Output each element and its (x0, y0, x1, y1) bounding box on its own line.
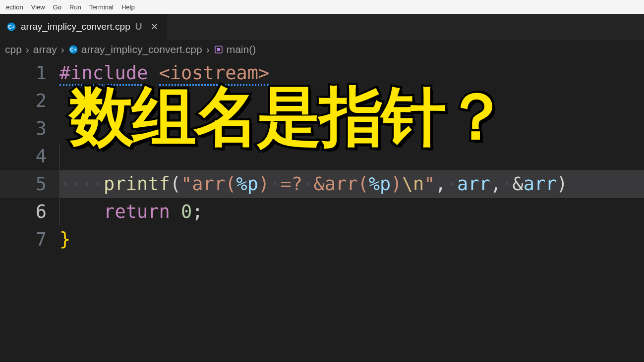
cpp-file-icon: C+ (68, 45, 78, 54)
token-variable: arr (457, 173, 490, 195)
tab-bar: C+ array_implicy_convert.cpp U ✕ (0, 14, 644, 40)
token-brace: } (59, 229, 70, 250)
code-line[interactable]: 4 (0, 143, 644, 170)
line-number: 2 (0, 87, 59, 115)
crumb-folder[interactable]: cpp (5, 44, 22, 55)
line-number: 6 (0, 198, 59, 226)
code-line[interactable]: 5 ····printf("arr(%p)·=?·&arr(%p)\n",·ar… (0, 170, 644, 198)
token-function: printf (104, 173, 170, 195)
code-line[interactable]: 2 (0, 87, 644, 115)
code-line[interactable]: 1 #include <iostream> (0, 59, 644, 87)
menu-bar: ection View Go Run Terminal Help (0, 0, 644, 14)
code-line[interactable]: 7 } (0, 226, 644, 254)
line-number: 4 (0, 143, 59, 170)
chevron-right-icon: › (60, 44, 65, 55)
token-format: %p (236, 173, 258, 195)
chevron-right-icon: › (25, 44, 30, 55)
menu-item-view[interactable]: View (27, 1, 49, 13)
menu-item-terminal[interactable]: Terminal (85, 1, 117, 13)
symbol-function-icon (214, 45, 224, 54)
crumb-folder[interactable]: array (33, 44, 57, 55)
chevron-right-icon: › (205, 44, 211, 55)
line-number: 3 (0, 115, 59, 143)
line-number: 1 (0, 59, 59, 87)
close-icon[interactable]: ✕ (149, 20, 160, 33)
svg-text:C+: C+ (70, 47, 76, 52)
code-editor[interactable]: 1 #include <iostream> 2 3 4 5 ····printf… (0, 59, 644, 254)
token-number: 0 (181, 201, 192, 222)
tab-modified-indicator: U (135, 21, 142, 32)
menu-item-selection[interactable]: ection (2, 1, 27, 13)
tab-file[interactable]: C+ array_implicy_convert.cpp U ✕ (0, 14, 168, 40)
token-include: <iostream> (159, 62, 270, 86)
breadcrumb[interactable]: cpp › array › C+ array_implicy_convert.c… (0, 40, 644, 59)
svg-rect-5 (217, 48, 220, 51)
code-line[interactable]: 3 (0, 115, 644, 143)
token-escape: \n (402, 173, 424, 195)
token-keyword: return (104, 201, 170, 222)
line-number: 5 (0, 170, 59, 198)
menu-item-go[interactable]: Go (49, 1, 65, 13)
line-number: 7 (0, 226, 59, 254)
crumb-file[interactable]: array_implicy_convert.cpp (81, 44, 202, 55)
menu-item-help[interactable]: Help (117, 1, 139, 13)
cpp-file-icon: C+ (7, 22, 16, 31)
token-format: %p (369, 173, 391, 195)
crumb-symbol[interactable]: main() (227, 44, 256, 55)
token-preprocessor: #include (59, 62, 148, 86)
svg-text:C+: C+ (8, 24, 14, 30)
code-line[interactable]: 6 return 0; (0, 198, 644, 226)
token-variable: arr (524, 173, 557, 195)
menu-item-run[interactable]: Run (65, 1, 85, 13)
tab-label: array_implicy_convert.cpp (21, 21, 130, 32)
whitespace-dots: ···· (59, 173, 104, 195)
